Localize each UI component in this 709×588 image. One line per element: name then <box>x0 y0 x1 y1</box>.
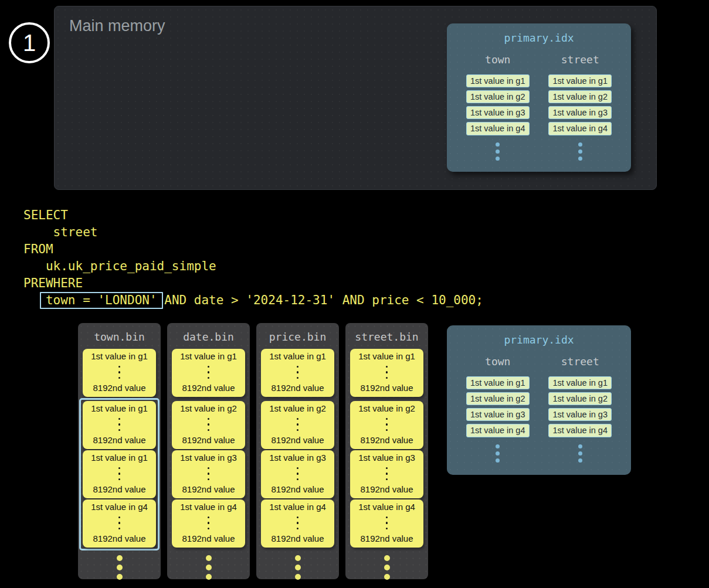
primary-idx-title: primary.idx <box>447 334 631 346</box>
dot <box>117 574 123 580</box>
sql-text: PREWHERE <box>23 276 83 290</box>
sql-text: uk.uk_price_paid_simple <box>23 259 216 273</box>
ellipsis-dots-icon <box>118 512 121 533</box>
granule-block: 1st value in g28192nd value <box>261 401 334 449</box>
sql-line: SELECT <box>23 207 483 224</box>
column-header: town <box>485 355 510 368</box>
bin-file-title: town.bin <box>94 331 145 343</box>
ellipsis-dots-icon <box>208 362 210 383</box>
granule-last-value: 8192nd value <box>93 435 145 446</box>
dot <box>578 157 582 161</box>
ellipsis-dots-icon <box>578 444 582 463</box>
granule-last-value: 8192nd value <box>360 435 413 446</box>
dot <box>208 467 210 470</box>
granule-block: 1st value in g48192nd value <box>350 499 423 548</box>
dot <box>578 458 582 463</box>
dot <box>208 516 210 519</box>
dot <box>496 157 500 161</box>
dot <box>295 555 301 561</box>
granule-first-value: 1st value in g1 <box>91 403 148 414</box>
prewhere-town-predicate-highlight: town = 'LONDON' <box>40 292 163 309</box>
ellipsis-dots-icon <box>295 555 301 580</box>
dot <box>118 478 121 481</box>
sql-line: FROM <box>23 241 483 258</box>
sql-text: street <box>23 225 97 239</box>
dot <box>578 444 582 448</box>
sql-query: SELECT streetFROM uk.uk_price_paid_simpl… <box>23 207 483 309</box>
granule-last-value: 8192nd value <box>360 383 413 393</box>
granule-group: 1st value in g28192nd value1st value in … <box>168 398 249 550</box>
dot <box>384 565 390 570</box>
granule-first-value: 1st value in g1 <box>91 453 148 463</box>
dot <box>297 429 299 431</box>
dot <box>386 467 388 470</box>
dot <box>295 565 301 570</box>
granule-last-value: 8192nd value <box>93 484 145 495</box>
granule-last-value: 8192nd value <box>271 533 324 544</box>
index-entry: 1st value in g3 <box>548 408 612 421</box>
dot <box>297 522 299 524</box>
bin-file-card-town-bin: town.bin1st value in g18192nd value1st v… <box>78 323 161 579</box>
granule-last-value: 8192nd value <box>271 435 324 446</box>
ellipsis-dots-icon <box>297 463 299 484</box>
dot <box>208 423 210 426</box>
granule-group: 1st value in g28192nd value1st value in … <box>257 398 338 550</box>
dot <box>578 142 582 147</box>
dot <box>386 371 388 373</box>
dot <box>118 371 121 373</box>
granule-last-value: 8192nd value <box>182 533 235 544</box>
granule-last-value: 8192nd value <box>360 484 413 495</box>
granule-last-value: 8192nd value <box>93 383 145 393</box>
dot <box>386 522 388 524</box>
ellipsis-dots-icon <box>386 362 388 383</box>
granule-block: 1st value in g48192nd value <box>172 499 245 548</box>
ellipsis-dots-icon <box>297 362 299 383</box>
granule-first-value: 1st value in g1 <box>269 351 326 362</box>
index-entry: 1st value in g4 <box>466 424 530 437</box>
dot <box>118 377 121 379</box>
index-entry: 1st value in g3 <box>466 106 530 119</box>
primary-idx-column-town: town1st value in g11st value in g21st va… <box>466 355 530 463</box>
index-entry: 1st value in g4 <box>548 122 612 135</box>
index-entry-list: 1st value in g11st value in g21st value … <box>466 74 530 135</box>
step-number: 1 <box>23 31 36 55</box>
ellipsis-dots-icon <box>578 142 582 161</box>
dot <box>206 555 212 561</box>
granule-first-value: 1st value in g3 <box>269 453 326 463</box>
index-entry-list: 1st value in g11st value in g21st value … <box>548 376 612 437</box>
index-entry-list: 1st value in g11st value in g21st value … <box>466 376 530 437</box>
ellipsis-dots-icon <box>208 512 210 533</box>
granule-last-value: 8192nd value <box>182 435 235 446</box>
ellipsis-dots-icon <box>206 555 212 580</box>
ellipsis-dots-icon <box>297 512 299 533</box>
index-entry: 1st value in g2 <box>548 90 612 103</box>
dot <box>386 528 388 530</box>
dot <box>208 418 210 420</box>
ellipsis-dots-icon <box>386 414 388 435</box>
dot <box>297 478 299 481</box>
dot <box>297 516 299 519</box>
sql-text: AND date > '2024-12-31' AND price < 10_0… <box>157 293 483 307</box>
dot <box>297 528 299 530</box>
granule-first-value: 1st value in g4 <box>358 502 415 512</box>
primary-idx-column-street: street1st value in g11st value in g21st … <box>548 53 612 161</box>
granule-last-value: 8192nd value <box>93 533 145 544</box>
dot <box>206 565 212 570</box>
granule-first-value: 1st value in g2 <box>269 403 326 414</box>
bin-file-card-street-bin: street.bin1st value in g18192nd value1st… <box>345 323 428 579</box>
ellipsis-dots-icon <box>208 414 210 435</box>
dot <box>117 565 123 570</box>
granule-block: 1st value in g38192nd value <box>172 450 245 498</box>
granule-block: 1st value in g38192nd value <box>261 450 334 498</box>
granule-block: 1st value in g18192nd value <box>83 450 156 498</box>
index-entry: 1st value in g2 <box>548 392 612 405</box>
primary-idx-columns: town1st value in g11st value in g21st va… <box>447 355 631 463</box>
granule-block: 1st value in g28192nd value <box>350 401 423 449</box>
ellipsis-dots-icon <box>297 414 299 435</box>
step-number-badge: 1 <box>9 22 50 63</box>
granule-first-value: 1st value in g2 <box>180 403 237 414</box>
granule-last-value: 8192nd value <box>182 484 235 495</box>
dot <box>386 478 388 481</box>
dot <box>118 528 121 530</box>
dot <box>208 522 210 524</box>
